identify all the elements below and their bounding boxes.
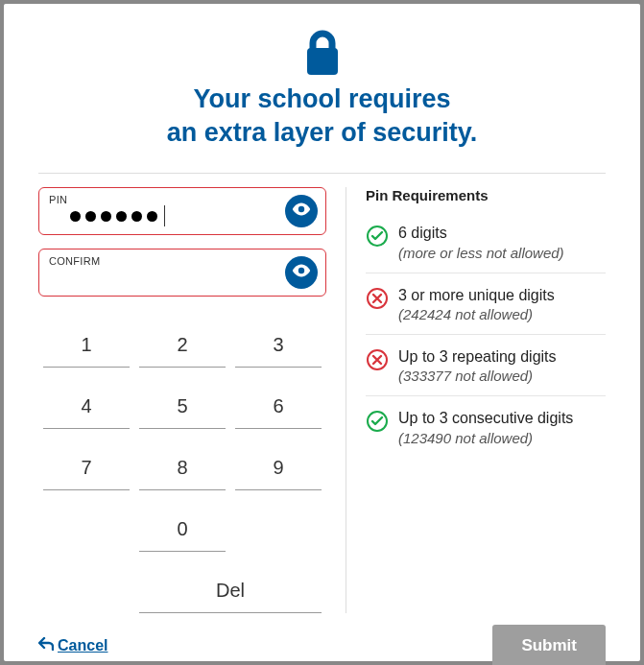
lock-icon xyxy=(299,29,346,81)
requirement-text: 6 digits(more or less not allowed) xyxy=(398,223,564,260)
pin-entry-panel: PIN CONFIRM xyxy=(38,187,326,613)
cancel-button[interactable]: Cancel xyxy=(38,637,107,654)
pin-label: PIN xyxy=(49,194,316,205)
numeric-keypad: 1 2 3 4 5 6 7 8 9 0 Del xyxy=(38,323,326,613)
keypad-6[interactable]: 6 xyxy=(235,385,322,429)
text-cursor xyxy=(164,205,165,226)
pin-dot xyxy=(85,211,96,222)
pin-dot xyxy=(101,211,111,222)
pin-dot xyxy=(147,211,157,222)
requirement-item: 3 or more unique digits(242424 not allow… xyxy=(366,273,606,335)
svg-point-1 xyxy=(298,206,304,212)
title-line-1: Your school requires xyxy=(193,84,450,113)
pin-value xyxy=(49,205,316,226)
keypad-5[interactable]: 5 xyxy=(139,385,226,429)
requirement-hint: (242424 not allowed) xyxy=(398,306,555,322)
keypad-8[interactable]: 8 xyxy=(139,446,226,490)
requirement-main: 3 or more unique digits xyxy=(398,285,555,306)
x-circle-icon xyxy=(366,348,389,384)
pin-dot xyxy=(70,211,81,222)
eye-icon xyxy=(291,260,312,285)
svg-point-2 xyxy=(298,268,304,273)
requirement-hint: (123490 not allowed) xyxy=(398,430,573,446)
title-line-2: an extra layer of security. xyxy=(167,118,478,147)
dialog-footer: Cancel Submit xyxy=(38,625,606,665)
keypad-9[interactable]: 9 xyxy=(235,446,322,490)
keypad-4[interactable]: 4 xyxy=(43,385,130,429)
requirement-main: Up to 3 repeating digits xyxy=(398,346,557,368)
requirement-item: Up to 3 consecutive digits(123490 not al… xyxy=(366,396,606,457)
keypad-0[interactable]: 0 xyxy=(139,508,226,552)
undo-arrow-icon xyxy=(38,637,54,654)
x-circle-icon xyxy=(366,287,389,322)
dialog-title: Your school requires an extra layer of s… xyxy=(38,83,606,150)
pin-field[interactable]: PIN xyxy=(38,187,326,235)
divider xyxy=(38,173,606,174)
keypad-7[interactable]: 7 xyxy=(43,446,130,490)
toggle-confirm-visibility-button[interactable] xyxy=(285,256,318,289)
keypad-2[interactable]: 2 xyxy=(139,323,226,368)
requirements-title: Pin Requirements xyxy=(366,187,606,203)
dialog-header: Your school requires an extra layer of s… xyxy=(38,29,606,150)
keypad-1[interactable]: 1 xyxy=(43,323,130,368)
confirm-field[interactable]: CONFIRM xyxy=(38,249,326,297)
requirement-text: Up to 3 repeating digits(333377 not allo… xyxy=(398,346,557,384)
requirements-list: 6 digits(more or less not allowed)3 or m… xyxy=(366,211,606,458)
requirement-item: Up to 3 repeating digits(333377 not allo… xyxy=(366,335,606,396)
requirement-main: Up to 3 consecutive digits xyxy=(398,408,573,429)
requirement-hint: (333377 not allowed) xyxy=(398,368,557,384)
dialog-content: PIN CONFIRM xyxy=(38,187,606,613)
cancel-label: Cancel xyxy=(58,637,107,654)
requirement-hint: (more or less not allowed) xyxy=(398,245,564,261)
check-circle-icon xyxy=(366,410,389,445)
requirement-main: 6 digits xyxy=(398,223,564,244)
submit-button[interactable]: Submit xyxy=(492,625,606,665)
confirm-label: CONFIRM xyxy=(49,255,316,267)
confirm-value xyxy=(49,267,316,288)
eye-icon xyxy=(291,199,312,224)
toggle-pin-visibility-button[interactable] xyxy=(285,195,318,227)
security-dialog: Your school requires an extra layer of s… xyxy=(4,4,640,661)
pin-dot xyxy=(131,211,142,222)
keypad-3[interactable]: 3 xyxy=(235,323,322,368)
keypad-delete[interactable]: Del xyxy=(139,569,322,613)
requirement-item: 6 digits(more or less not allowed) xyxy=(366,211,606,273)
check-circle-icon xyxy=(366,225,389,260)
requirement-text: Up to 3 consecutive digits(123490 not al… xyxy=(398,408,573,445)
requirement-text: 3 or more unique digits(242424 not allow… xyxy=(398,285,555,322)
pin-dot xyxy=(116,211,127,222)
svg-rect-0 xyxy=(307,48,338,75)
requirements-panel: Pin Requirements 6 digits(more or less n… xyxy=(346,187,606,613)
